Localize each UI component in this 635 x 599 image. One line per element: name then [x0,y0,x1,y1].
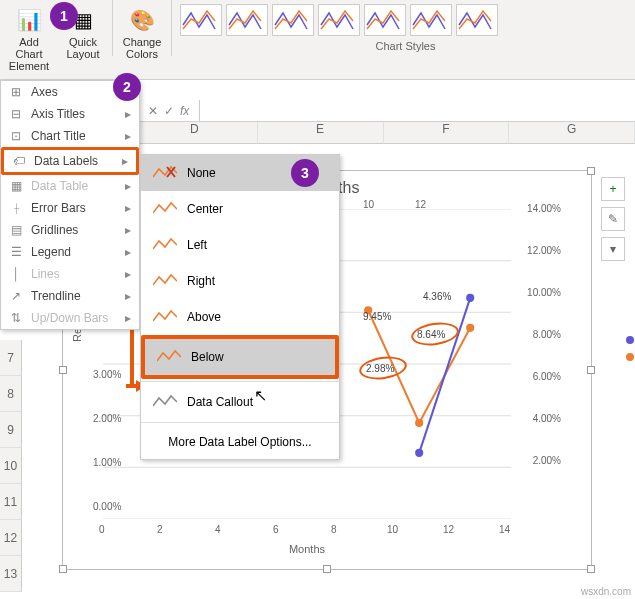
add-chart-element-label: Add Chart Element [6,36,52,72]
menu-item-data-labels[interactable]: 🏷Data Labels▸ 2 [1,147,139,175]
formula-input[interactable] [199,100,627,121]
data-label: 9.45% [363,311,391,322]
change-colors-button[interactable]: 🎨 Change Colors [117,0,167,79]
submenu-item-right[interactable]: Right [141,263,339,299]
legend-item: 2022 [626,350,635,364]
callout-icon [153,394,177,410]
cursor-icon: ↖ [254,386,267,405]
fx-check-icon[interactable]: ✓ [164,104,174,118]
menu-item-lines: │Lines▸ [1,263,139,285]
col-header[interactable]: F [384,122,510,144]
svg-point-13 [466,294,474,302]
row-header[interactable]: 7 [0,340,22,376]
trendline-icon: ↗ [9,289,23,303]
y-tick-l: 3.00% [93,369,121,380]
badge-3: 3 [291,159,319,187]
row-header[interactable]: 12 [0,520,22,556]
x-tick: 14 [499,524,510,535]
chart-filter-button[interactable]: ▾ [601,237,625,261]
svg-point-10 [415,419,423,427]
y-tick-r: 4.00% [533,413,561,424]
data-labels-submenu: None Center Left Right Above Below 3 Dat… [140,154,340,460]
watermark: wsxdn.com [581,586,631,597]
row-header[interactable]: 10 [0,448,22,484]
chart-legend[interactable]: 2021 2022 [626,330,635,367]
axis-titles-icon: ⊟ [9,107,23,121]
menu-item-gridlines[interactable]: ▤Gridlines▸ [1,219,139,241]
y-tick-l: 1.00% [93,457,121,468]
x-tick: 12 [443,524,454,535]
legend-marker [626,336,634,344]
col-header[interactable]: E [258,122,384,144]
col-header[interactable]: D [132,122,258,144]
menu-item-updown-bars: ⇅Up/Down Bars▸ [1,307,139,329]
y-tick-r: 6.00% [533,371,561,382]
submenu-label: Center [187,202,223,216]
y-tick-r: 14.00% [527,203,561,214]
below-icon [157,349,181,365]
chart-style-thumb[interactable] [318,4,360,36]
error-bars-icon: ⟊ [9,201,23,215]
row-header[interactable]: 13 [0,556,22,592]
submenu-item-data-callout[interactable]: Data Callout [141,384,339,420]
fx-cancel-icon[interactable]: ✕ [148,104,158,118]
data-table-icon: ▦ [9,179,23,193]
x-tick: 6 [273,524,279,535]
submenu-label: Below [191,350,224,364]
submenu-item-more-options[interactable]: More Data Label Options... [141,425,339,459]
chart-element-icon: 📊 [13,4,45,36]
row-header[interactable]: 11 [0,484,22,520]
right-icon [153,273,177,289]
updown-icon: ⇅ [9,311,23,325]
add-chart-element-button[interactable]: 📊 Add Chart Element 1 [0,0,58,79]
x-tick: 2 [157,524,163,535]
submenu-label: Data Callout [187,395,253,409]
chart-styles-label: Chart Styles [176,40,635,79]
badge-1: 1 [50,2,78,30]
chart-style-gallery[interactable] [176,0,635,40]
submenu-label: None [187,166,216,180]
row-header[interactable]: 9 [0,412,22,448]
submenu-item-above[interactable]: Above [141,299,339,335]
menu-item-trendline[interactable]: ↗Trendline▸ [1,285,139,307]
menu-item-chart-title[interactable]: ⊡Chart Title▸ [1,125,139,147]
chart-style-thumb[interactable] [456,4,498,36]
menu-item-data-table: ▦Data Table▸ [1,175,139,197]
left-icon [153,237,177,253]
y-tick-l: 0.00% [93,501,121,512]
y-tick-r: 12.00% [527,245,561,256]
legend-icon: ☰ [9,245,23,259]
col-header[interactable]: G [509,122,635,144]
svg-point-11 [466,324,474,332]
chart-brush-button[interactable]: ✎ [601,207,625,231]
x-axis-label: Months [289,543,325,555]
chart-title-icon: ⊡ [9,129,23,143]
chart-style-thumb[interactable] [272,4,314,36]
fx-label: fx [180,104,189,118]
row-headers: 7 8 9 10 11 12 13 [0,340,22,592]
change-colors-icon: 🎨 [126,4,158,36]
quick-layout-label: Quick Layout [64,36,102,60]
submenu-item-center[interactable]: Center [141,191,339,227]
row-header[interactable]: 8 [0,376,22,412]
menu-item-error-bars[interactable]: ⟊Error Bars▸ [1,197,139,219]
x-tick: 8 [331,524,337,535]
submenu-item-left[interactable]: Left [141,227,339,263]
add-chart-element-menu: ⊞Axes▸ ⊟Axis Titles▸ ⊡Chart Title▸ 🏷Data… [0,80,140,330]
lines-icon: │ [9,267,23,281]
chart-style-thumb[interactable] [180,4,222,36]
none-icon [153,165,177,181]
submenu-label: Right [187,274,215,288]
submenu-label: Left [187,238,207,252]
change-colors-label: Change Colors [123,36,162,60]
chart-plus-button[interactable]: + [601,177,625,201]
x-tick: 4 [215,524,221,535]
y-tick-r: 2.00% [533,455,561,466]
data-label: 4.36% [423,291,451,302]
chart-style-thumb[interactable] [410,4,452,36]
menu-item-legend[interactable]: ☰Legend▸ [1,241,139,263]
submenu-item-below[interactable]: Below 3 [141,335,339,379]
chart-style-thumb[interactable] [226,4,268,36]
menu-item-axis-titles[interactable]: ⊟Axis Titles▸ [1,103,139,125]
chart-style-thumb[interactable] [364,4,406,36]
